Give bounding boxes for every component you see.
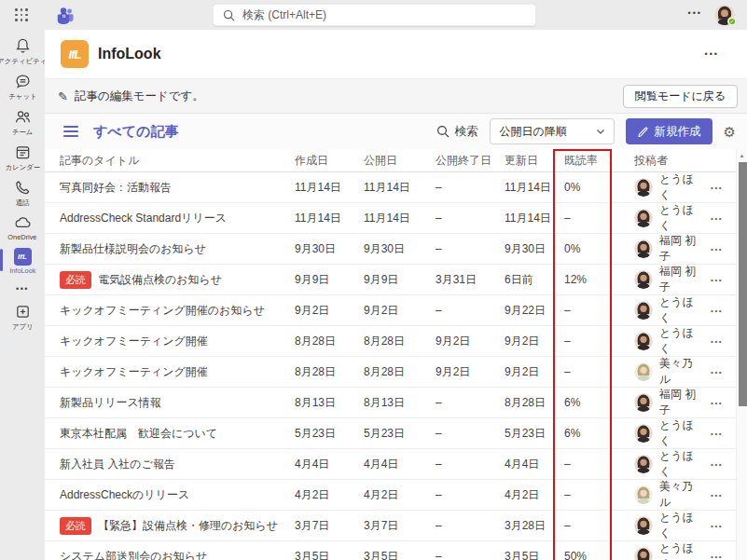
table-row[interactable]: システム部送別会のお知らせ 3月5日 3月5日 – 3月5日 50% とうほく … — [45, 541, 747, 560]
sidebar-item-teams[interactable]: チーム — [0, 105, 45, 141]
sidebar-item-label: アプリ — [12, 321, 34, 331]
back-to-view-mode-button[interactable]: 閲覧モードに戻る — [623, 85, 738, 108]
publish-end-date: – — [436, 550, 505, 560]
table-row[interactable]: キックオフミーティング開催 8月28日 8月28日 9月2日 9月2日 – とう… — [45, 326, 747, 357]
created-date: 3月5日 — [295, 549, 364, 560]
updated-date: 11月14日 — [505, 180, 564, 196]
table-row[interactable]: キックオフミーティング開催のお知らせ 9月2日 9月2日 – 9月22日 – と… — [45, 295, 747, 326]
menu-icon[interactable] — [63, 126, 78, 137]
article-title: 新製品仕様説明会のお知らせ — [60, 241, 206, 257]
sort-order-select[interactable]: 公開日の降順 — [490, 118, 615, 144]
infolook-app-panel: IfL InfoLook ••• ✎ 記事の編集モードです。 閲覧モードに戻る … — [45, 30, 747, 560]
author-cell: とうほく ••• — [634, 417, 723, 449]
updated-date: 5月23日 — [505, 426, 564, 442]
apps-icon — [14, 303, 32, 321]
publish-end-date: – — [436, 181, 505, 194]
sidebar-more-apps-button[interactable]: ••• — [16, 279, 29, 300]
table-row[interactable]: 東京本社配属 歓迎会について 5月23日 5月23日 – 5月23日 6% とう… — [45, 418, 747, 449]
row-more-button[interactable]: ••• — [711, 337, 723, 346]
article-title-cell: 新入社員 入社のご報告 — [60, 457, 295, 472]
table-row[interactable]: 新製品リリース情報 8月13日 8月13日 – 8月28日 6% 福岡 初子 •… — [45, 388, 747, 418]
row-more-button[interactable]: ••• — [711, 460, 723, 469]
column-header-updated: 更新日 — [505, 153, 564, 169]
author-avatar — [634, 455, 653, 473]
published-date: 8月28日 — [364, 364, 436, 380]
sidebar-item-label: 通話 — [16, 198, 30, 207]
app-launcher-icon[interactable] — [15, 8, 28, 21]
author-name: とうほく — [659, 448, 704, 480]
table-row[interactable]: 必読 【緊急】設備点検・修理のお知らせ 3月7日 3月7日 – 3月28日 – … — [45, 511, 747, 541]
table-row[interactable]: AddressCheckのリリース 4月2日 4月2日 – 4月2日 – 美々乃… — [45, 480, 747, 511]
must-read-badge: 必読 — [60, 517, 91, 535]
view-title: すべての記事 — [93, 123, 178, 141]
table-row[interactable]: 写真同好会：活動報告 11月14日 11月14日 – 11月14日 0% とうほ… — [45, 172, 747, 203]
teams-logo-icon[interactable]: ti — [56, 6, 75, 24]
table-row[interactable]: 必読 電気設備点検のお知らせ 9月9日 9月9日 3月31日 6日前 12% 福… — [45, 265, 747, 295]
row-more-button[interactable]: ••• — [711, 399, 723, 407]
read-rate: – — [564, 304, 634, 317]
author-avatar — [634, 485, 653, 504]
row-more-button[interactable]: ••• — [711, 245, 723, 253]
calendar-icon — [14, 143, 32, 161]
article-title-cell: AddressCheckのリリース — [60, 487, 295, 503]
row-more-button[interactable]: ••• — [711, 276, 723, 284]
compose-icon — [637, 126, 649, 138]
teams-window: ti ••• ✓ アクティビティ チャット チーム カレンダー — [0, 0, 747, 560]
global-search[interactable] — [213, 4, 536, 26]
column-header-author: 投稿者 — [634, 153, 723, 169]
search-icon — [223, 9, 235, 21]
sidebar-item-apps[interactable]: アプリ — [0, 300, 45, 335]
bell-icon — [14, 37, 32, 55]
row-more-button[interactable]: ••• — [711, 553, 723, 560]
created-date: 9月9日 — [295, 272, 364, 288]
row-more-button[interactable]: ••• — [711, 522, 723, 530]
created-date: 11月14日 — [295, 180, 364, 196]
create-new-label: 新規作成 — [655, 124, 701, 140]
svg-text:ti: ti — [62, 13, 66, 19]
table-row[interactable]: 新製品仕様説明会のお知らせ 9月30日 9月30日 – 9月30日 0% 福岡 … — [45, 234, 747, 265]
table-row[interactable]: 新入社員 入社のご報告 4月4日 4月4日 – 4月4日 – とうほく ••• — [45, 449, 747, 480]
row-more-button[interactable]: ••• — [711, 184, 723, 192]
author-name: 福岡 初子 — [659, 387, 704, 418]
article-title: キックオフミーティング開催 — [60, 334, 208, 349]
sidebar-item-infolook[interactable]: IfL InfoLook — [0, 245, 45, 279]
table-scrollbar[interactable]: ▲ — [736, 149, 747, 560]
create-new-button[interactable]: 新規作成 — [626, 118, 712, 144]
scroll-up-arrow-icon[interactable]: ▲ — [737, 149, 747, 161]
author-name: 福岡 初子 — [659, 233, 704, 265]
sidebar-item-activity[interactable]: アクティビティ — [0, 34, 45, 70]
row-more-button[interactable]: ••• — [711, 214, 723, 223]
scrollbar-thumb[interactable] — [739, 162, 747, 406]
global-search-input[interactable] — [242, 8, 526, 21]
column-header-read-rate: 既読率 — [564, 153, 634, 169]
updated-date: 9月2日 — [505, 364, 564, 380]
sidebar-item-onedrive[interactable]: OneDrive — [0, 212, 45, 245]
article-title: キックオフミーティング開催 — [60, 364, 208, 380]
published-date: 8月13日 — [364, 395, 436, 411]
sidebar-item-calendar[interactable]: カレンダー — [0, 141, 45, 176]
table-row[interactable]: キックオフミーティング開催 8月28日 8月28日 9月2日 9月2日 – 美々… — [45, 357, 747, 388]
sidebar-item-calls[interactable]: 通話 — [0, 176, 45, 212]
infolook-logo-icon: IfL — [61, 40, 89, 68]
table-row[interactable]: AddressCheck Standardリリース 11月14日 11月14日 … — [45, 203, 747, 234]
article-search-button[interactable]: 検索 — [436, 124, 478, 140]
sidebar-item-label: アクティビティ — [0, 56, 47, 65]
row-more-button[interactable]: ••• — [711, 368, 723, 376]
article-title: AddressCheck Standardリリース — [60, 211, 227, 226]
sidebar-item-label: カレンダー — [5, 162, 39, 171]
read-rate: 6% — [564, 396, 634, 409]
sidebar-item-chat[interactable]: チャット — [0, 70, 45, 105]
row-more-button[interactable]: ••• — [711, 307, 723, 315]
row-more-button[interactable]: ••• — [711, 430, 723, 438]
row-more-button[interactable]: ••• — [711, 491, 723, 499]
gear-icon[interactable]: ⚙ — [724, 125, 736, 139]
publish-end-date: – — [436, 304, 505, 317]
article-title: 東京本社配属 歓迎会について — [60, 426, 217, 442]
app-header-more-button[interactable]: ••• — [705, 49, 719, 59]
published-date: 11月14日 — [364, 211, 436, 226]
publish-end-date: – — [436, 458, 505, 471]
topbar-more-button[interactable]: ••• — [688, 8, 702, 18]
read-rate: 0% — [564, 181, 634, 194]
article-title: システム部送別会のお知らせ — [60, 549, 207, 560]
updated-date: 9月30日 — [505, 241, 564, 257]
